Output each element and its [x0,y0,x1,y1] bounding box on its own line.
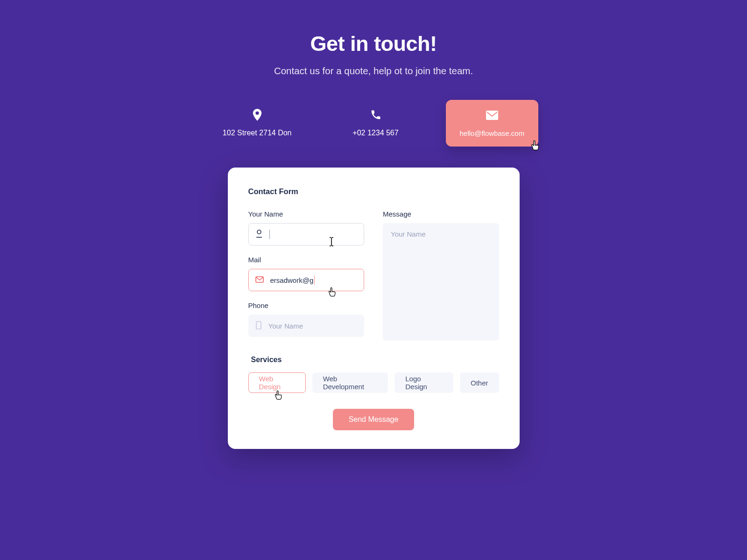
chip-logo-design[interactable]: Logo Design [395,372,453,393]
page-subtitle: Contact us for a quote, help ot to join … [0,65,747,77]
address-block[interactable]: 102 Street 2714 Don [209,100,306,147]
email-text: hello@flowbase.com [460,129,525,137]
phone-icon [371,108,381,121]
phone-placeholder: Your Name [268,322,303,330]
location-pin-icon [252,108,262,121]
form-title: Contact Form [248,187,499,196]
svg-rect-5 [256,322,261,329]
mobile-icon [255,321,262,331]
chip-web-design[interactable]: Web Design [248,372,306,393]
chip-other[interactable]: Other [460,372,499,393]
services-chips: Web Design Web Development Logo Design O… [248,372,499,393]
page-title: Get in touch! [0,32,747,56]
contact-form-card: Contact Form Your Name Mail ersadwork@ [228,168,520,449]
svg-rect-1 [486,111,498,120]
mail-label: Mail [248,256,365,264]
text-caret [314,275,315,285]
contact-info-row: 102 Street 2714 Don +02 1234 567 hello@f… [0,100,747,147]
mail-value: ersadwork@g [270,276,314,284]
chip-label: Other [471,379,488,387]
name-label: Your Name [248,210,365,218]
pointer-cursor-icon [274,390,283,400]
chip-label: Web Design [259,375,295,391]
send-message-button[interactable]: Send Message [333,409,415,430]
envelope-icon [255,276,264,284]
email-block[interactable]: hello@flowbase.com [446,100,539,147]
svg-point-2 [257,230,261,234]
phone-label: Phone [248,301,365,309]
chip-label: Web Development [323,375,378,391]
text-cursor-icon [328,237,335,247]
message-placeholder: Your Name [391,230,426,238]
mail-input[interactable]: ersadwork@g [248,269,365,291]
chip-label: Logo Design [405,375,443,391]
message-label: Message [383,210,499,218]
address-text: 102 Street 2714 Don [223,129,292,137]
user-icon [255,230,263,239]
mail-icon [486,109,498,122]
phone-text: +02 1234 567 [352,129,398,137]
phone-block[interactable]: +02 1234 567 [336,100,416,147]
message-textarea[interactable]: Your Name [383,223,499,341]
chip-web-development[interactable]: Web Development [312,372,388,393]
services-label: Services [251,356,499,364]
pointer-cursor-icon [530,140,540,151]
svg-point-0 [255,112,259,115]
phone-input[interactable]: Your Name [248,315,365,337]
name-input[interactable] [248,223,365,245]
text-caret [269,230,270,239]
